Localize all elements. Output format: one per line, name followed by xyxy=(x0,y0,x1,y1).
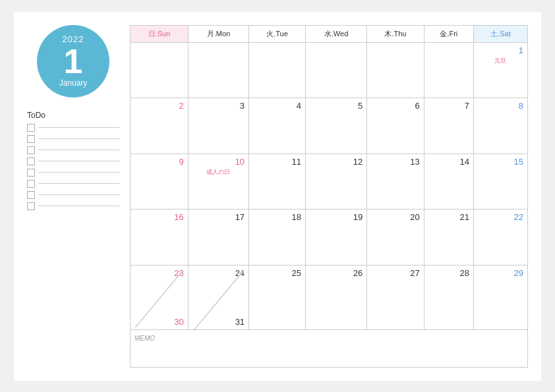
cell-w5-tue: 25 xyxy=(249,265,306,330)
day-22: 22 xyxy=(478,212,523,222)
cell-w5-sat: 29 xyxy=(473,265,527,330)
header-sun: 日.Sun xyxy=(131,25,189,42)
day-20: 20 xyxy=(371,212,420,222)
todo-item-5 xyxy=(27,169,119,177)
todo-item-4 xyxy=(27,157,119,165)
cell-w4-sun: 16 xyxy=(131,210,189,266)
cell-w4-fri: 21 xyxy=(424,210,473,266)
todo-title: ToDo xyxy=(27,111,119,120)
calendar-panel: 日.Sun 月.Mon 火.Tue 水.Wed 木.Thu 金.Fri 土.Sa… xyxy=(130,25,528,368)
todo-checkbox-8[interactable] xyxy=(27,202,35,210)
cell-w2-wed: 5 xyxy=(305,98,366,154)
cell-w2-sun: 2 xyxy=(131,98,189,154)
todo-checkbox-4[interactable] xyxy=(27,157,35,165)
calendar-table: 日.Sun 月.Mon 火.Tue 水.Wed 木.Thu 金.Fri 土.Sa… xyxy=(130,25,528,368)
month-number: 1 xyxy=(64,44,83,78)
todo-line-5 xyxy=(38,172,119,173)
day-19: 19 xyxy=(310,212,363,222)
cell-w3-wed: 12 xyxy=(305,154,366,210)
todo-line-8 xyxy=(38,206,119,206)
day-6: 6 xyxy=(371,101,420,111)
header-tue: 火.Tue xyxy=(249,25,306,42)
todo-item-6 xyxy=(27,180,119,188)
memo-cell: MEMO xyxy=(131,330,528,367)
day-31: 31 xyxy=(235,317,245,327)
day-9: 9 xyxy=(134,157,184,167)
cell-w3-fri: 14 xyxy=(424,154,473,210)
day-3: 3 xyxy=(192,101,245,111)
holiday-seijin: 成人の日 xyxy=(192,168,245,177)
day-17: 17 xyxy=(192,212,245,222)
cell-w3-thu: 13 xyxy=(367,154,424,210)
todo-checkbox-1[interactable] xyxy=(27,124,35,132)
cell-w1-mon xyxy=(188,42,248,98)
todo-checkbox-2[interactable] xyxy=(27,135,35,143)
memo-label: MEMO xyxy=(134,335,155,342)
day-25: 25 xyxy=(253,268,301,278)
cell-w1-thu xyxy=(367,42,424,98)
day-1: 1 xyxy=(478,45,523,55)
cell-w3-tue: 11 xyxy=(249,154,306,210)
todo-checkbox-7[interactable] xyxy=(27,191,35,199)
header-thu: 木.Thu xyxy=(367,25,424,42)
cell-w5-mon: 24 31 xyxy=(188,265,248,330)
week-1: 1 元旦 xyxy=(131,42,528,98)
holiday-gantan: 元旦 xyxy=(478,57,523,65)
todo-checkbox-6[interactable] xyxy=(27,180,35,188)
cell-w2-sat: 8 xyxy=(473,98,527,154)
day-12: 12 xyxy=(310,157,363,167)
week-3: 9 10 成人の日 11 12 13 xyxy=(131,154,528,210)
day-21: 21 xyxy=(428,212,469,222)
todo-checkbox-5[interactable] xyxy=(27,169,35,177)
cell-w4-mon: 17 xyxy=(188,210,248,266)
day-16: 16 xyxy=(134,212,184,222)
cell-w1-tue xyxy=(249,42,306,98)
day-27: 27 xyxy=(371,268,420,278)
cell-w4-wed: 19 xyxy=(305,210,366,266)
day-14: 14 xyxy=(428,157,469,167)
day-29: 29 xyxy=(478,268,523,278)
cell-w2-fri: 7 xyxy=(424,98,473,154)
todo-line-6 xyxy=(38,183,119,184)
cell-w5-fri: 28 xyxy=(424,265,473,330)
month-name: January xyxy=(59,78,88,88)
cell-w1-wed xyxy=(305,42,366,98)
header-mon: 月.Mon xyxy=(188,25,248,42)
cell-w2-mon: 3 xyxy=(188,98,248,154)
cell-w4-tue: 18 xyxy=(249,210,306,266)
cell-w5-sun: 23 30 xyxy=(131,265,189,330)
header-wed: 水.Wed xyxy=(305,25,366,42)
todo-item-2 xyxy=(27,135,119,143)
todo-item-1 xyxy=(27,124,119,132)
cell-w5-wed: 26 xyxy=(305,265,366,330)
cell-w3-sun: 9 xyxy=(131,154,189,210)
todo-item-7 xyxy=(27,191,119,199)
todo-line-3 xyxy=(38,150,119,150)
day-10: 10 xyxy=(192,157,245,167)
left-panel: 2022 1 January ToDo xyxy=(27,25,119,368)
day-4: 4 xyxy=(253,101,301,111)
todo-line-7 xyxy=(38,194,119,195)
month-circle: 2022 1 January xyxy=(37,25,109,98)
week-5: 23 30 24 31 25 xyxy=(131,265,528,330)
page: 2022 1 January ToDo xyxy=(14,12,541,381)
day-8: 8 xyxy=(478,101,523,111)
cell-w1-sat: 1 元旦 xyxy=(473,42,527,98)
todo-section: ToDo xyxy=(27,111,119,213)
cell-w4-thu: 20 xyxy=(367,210,424,266)
memo-row: MEMO xyxy=(131,330,528,367)
header-fri: 金.Fri xyxy=(424,25,473,42)
todo-line-1 xyxy=(38,127,119,128)
todo-checkbox-3[interactable] xyxy=(27,146,35,154)
week-4: 16 17 18 19 20 21 xyxy=(131,210,528,266)
cell-w4-sat: 22 xyxy=(473,210,527,266)
day-28: 28 xyxy=(428,268,469,278)
day-23: 23 xyxy=(134,268,184,278)
cell-w2-tue: 4 xyxy=(249,98,306,154)
cell-w1-fri xyxy=(424,42,473,98)
week-2: 2 3 4 5 6 7 xyxy=(131,98,528,154)
day-2: 2 xyxy=(134,101,184,111)
day-30: 30 xyxy=(174,317,183,327)
header-sat: 土.Sat xyxy=(473,25,527,42)
cell-w3-mon: 10 成人の日 xyxy=(188,154,248,210)
